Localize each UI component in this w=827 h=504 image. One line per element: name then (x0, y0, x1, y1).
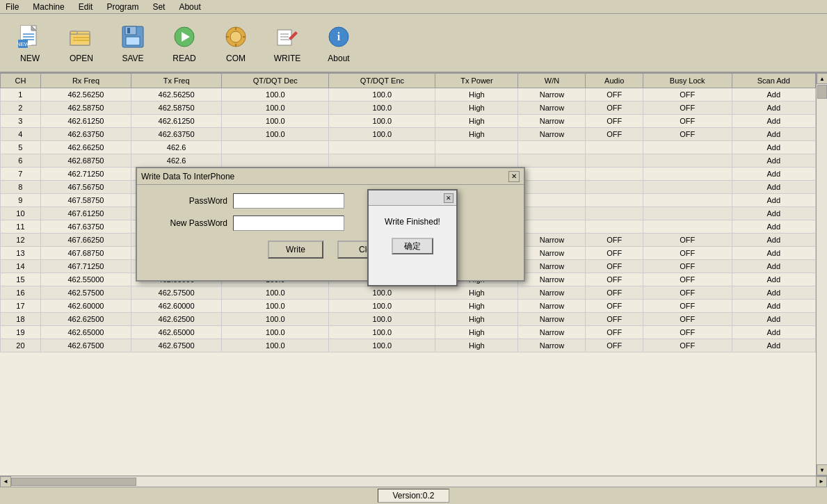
toolbar: NEW NEW OPEN SAVE (0, 14, 827, 73)
table-row[interactable]: 20462.67500462.67500100.0100.0HighNarrow… (1, 339, 816, 352)
table-cell: OFF (643, 128, 732, 141)
table-cell: 462.61250 (40, 115, 131, 128)
table-cell: 19 (1, 326, 41, 339)
table-cell (518, 220, 586, 234)
alert-dialog-close-button[interactable]: ✕ (444, 193, 453, 203)
table-cell: 462.68750 (40, 154, 131, 168)
table-cell: 100.0 (222, 300, 329, 313)
status-bar: Version:0.2 (0, 487, 827, 504)
scroll-right-button[interactable]: ► (816, 476, 827, 487)
table-row[interactable]: 1462.56250462.56250100.0100.0HighNarrowO… (1, 88, 816, 101)
table-cell: 18 (1, 313, 41, 326)
table-cell: Add (732, 339, 815, 352)
scrollbar-vertical[interactable]: ▲ ▼ (816, 73, 827, 475)
svg-text:i: i (337, 31, 341, 42)
table-cell: Add (732, 220, 815, 234)
read-label: READ (172, 54, 195, 63)
table-cell: 462.6 (131, 154, 222, 168)
table-cell: 100.0 (222, 313, 329, 326)
table-cell: 467.63750 (40, 220, 131, 234)
table-cell: Add (732, 286, 815, 300)
table-cell: 100.0 (329, 88, 435, 101)
read-button[interactable]: READ (160, 17, 209, 69)
new-button[interactable]: NEW NEW (6, 17, 54, 69)
alert-ok-button[interactable]: 确定 (392, 238, 433, 254)
table-cell: 462.66250 (40, 141, 131, 154)
table-cell: 467.66250 (40, 234, 131, 247)
table-cell: OFF (586, 260, 643, 273)
table-row[interactable]: 4462.63750462.63750100.0100.0HighNarrowO… (1, 128, 816, 141)
table-row[interactable]: 3462.61250462.61250100.0100.0HighNarrowO… (1, 115, 816, 128)
table-row[interactable]: 18462.62500462.62500100.0100.0HighNarrow… (1, 313, 816, 326)
table-cell: 100.0 (222, 326, 329, 339)
password-input[interactable] (233, 193, 344, 209)
table-cell: 462.56250 (40, 88, 131, 101)
table-header: Scan Add (732, 74, 815, 88)
scroll-down-button[interactable]: ▼ (817, 464, 827, 475)
table-cell: OFF (586, 326, 643, 339)
menu-set[interactable]: Set (150, 1, 168, 13)
menu-edit[interactable]: Edit (76, 1, 96, 13)
com-button[interactable]: COM (211, 17, 260, 69)
about-button[interactable]: i About (314, 17, 363, 69)
menu-program[interactable]: Program (104, 1, 141, 13)
table-cell: 100.0 (222, 128, 329, 141)
table-cell: OFF (643, 286, 732, 300)
write-dialog-titlebar: Write Data To InterPhone ✕ (137, 168, 524, 185)
table-cell: 462.63750 (40, 128, 131, 141)
table-cell: 100.0 (222, 286, 329, 300)
scroll-up-button[interactable]: ▲ (817, 73, 827, 84)
table-cell: OFF (643, 313, 732, 326)
alert-dialog-titlebar: ✕ (369, 190, 456, 206)
alert-dialog: ✕ Write Finished! 确定 (367, 189, 458, 286)
table-cell: OFF (586, 273, 643, 286)
table-cell: Narrow (518, 128, 586, 141)
alert-dialog-body: Write Finished! 确定 (369, 206, 456, 261)
table-cell: 462.67500 (40, 339, 131, 352)
table-row[interactable]: 6462.68750462.6Add (1, 154, 816, 168)
table-cell: Add (732, 168, 815, 181)
save-button[interactable]: SAVE (109, 17, 157, 69)
svg-rect-16 (127, 28, 130, 33)
table-cell: Add (732, 234, 815, 247)
table-cell: Add (732, 207, 815, 220)
scrollbar-horizontal[interactable]: ◄ ► (0, 475, 827, 487)
table-row[interactable]: 17462.60000462.60000100.0100.0HighNarrow… (1, 300, 816, 313)
password-label: PassWord (151, 196, 227, 206)
table-cell: 462.58750 (40, 101, 131, 115)
table-row[interactable]: 16462.57500462.57500100.0100.0HighNarrow… (1, 286, 816, 300)
menu-file[interactable]: File (3, 1, 22, 13)
table-cell: Add (732, 194, 815, 207)
write-button[interactable]: WRITE (263, 17, 312, 69)
svg-rect-14 (125, 26, 136, 35)
table-cell: OFF (586, 300, 643, 313)
table-cell: OFF (586, 234, 643, 247)
write-action-button[interactable]: Write (268, 241, 323, 259)
table-row[interactable]: 5462.66250462.6Add (1, 141, 816, 154)
write-dialog: Write Data To InterPhone ✕ PassWord New … (136, 167, 525, 282)
new-password-input[interactable] (233, 216, 344, 231)
table-cell: Narrow (518, 339, 586, 352)
menu-machine[interactable]: Machine (30, 1, 67, 13)
save-label: SAVE (122, 54, 143, 63)
table-cell: Narrow (518, 260, 586, 273)
table-cell: OFF (643, 326, 732, 339)
table-row[interactable]: 19462.65000462.65000100.0100.0HighNarrow… (1, 326, 816, 339)
table-cell: OFF (643, 273, 732, 286)
table-cell: OFF (643, 247, 732, 260)
table-cell (586, 154, 643, 168)
table-cell: Narrow (518, 247, 586, 260)
open-button[interactable]: OPEN (57, 17, 106, 69)
scroll-left-button[interactable]: ◄ (0, 476, 11, 487)
table-cell: 10 (1, 207, 41, 220)
table-cell: 462.60000 (131, 300, 222, 313)
scroll-thumb-vertical[interactable] (817, 85, 827, 99)
table-cell: 467.68750 (40, 247, 131, 260)
table-cell: Add (732, 128, 815, 141)
write-icon (273, 23, 301, 51)
scroll-thumb-horizontal[interactable] (11, 478, 136, 486)
write-dialog-close-button[interactable]: ✕ (508, 171, 520, 182)
table-cell: 14 (1, 260, 41, 273)
table-row[interactable]: 2462.58750462.58750100.0100.0HighNarrowO… (1, 101, 816, 115)
menu-about[interactable]: About (176, 1, 203, 13)
